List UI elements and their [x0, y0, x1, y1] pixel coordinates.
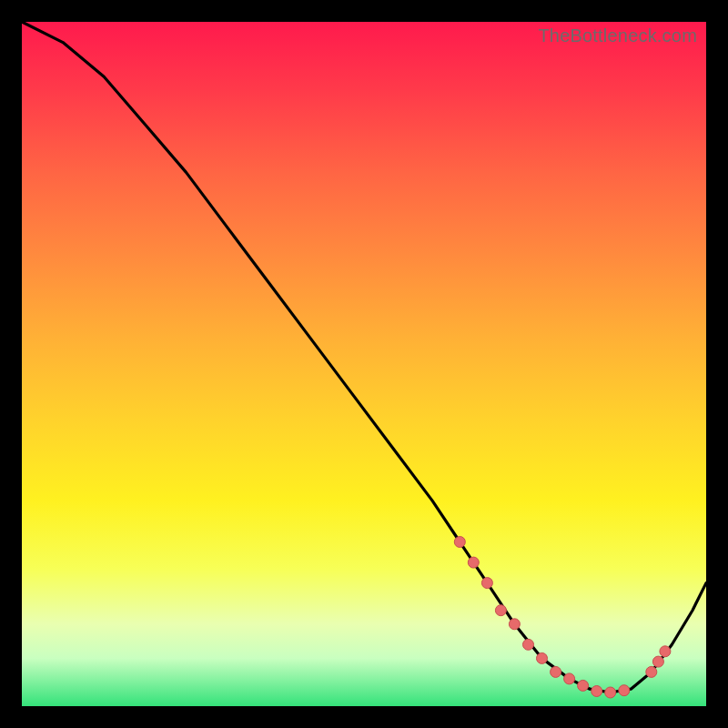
marker-dot [652, 656, 663, 667]
marker-dot [454, 537, 465, 548]
marker-dot [646, 666, 657, 677]
marker-dot [495, 605, 506, 616]
chart-stage: TheBottleneck.com [0, 0, 728, 728]
marker-dot [537, 652, 548, 663]
marker-dot [619, 685, 630, 696]
marker-dot [592, 686, 602, 697]
marker-dot [551, 666, 561, 677]
marker-dot [523, 639, 534, 650]
bottleneck-curve [22, 22, 706, 693]
marker-dot [481, 578, 492, 589]
marker-dot [605, 687, 616, 698]
marker-dot [578, 680, 589, 691]
curve-svg [22, 22, 706, 706]
marker-dot [468, 557, 479, 568]
plot-area: TheBottleneck.com [22, 22, 706, 706]
marker-dot [564, 673, 575, 684]
marker-dot [509, 619, 520, 630]
marker-dot [660, 646, 671, 657]
